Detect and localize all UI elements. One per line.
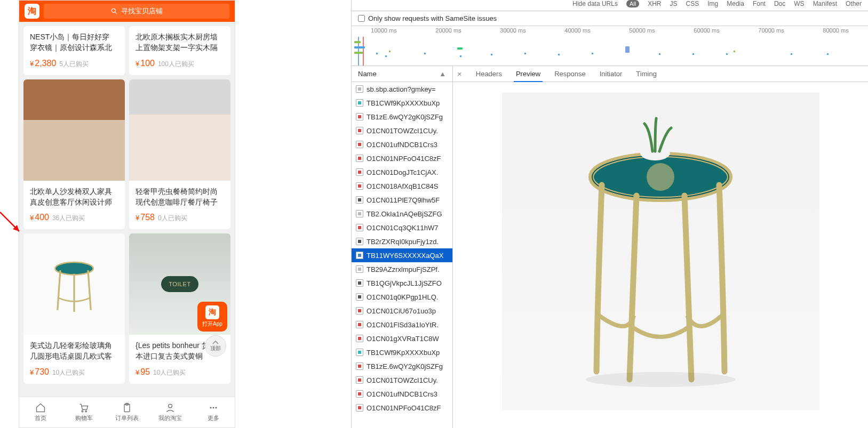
product-image <box>129 79 230 181</box>
filter-manifest[interactable]: Manifest <box>813 0 837 7</box>
filter-font[interactable]: Font <box>753 0 766 7</box>
file-type-icon <box>356 127 363 134</box>
request-row[interactable]: sb.sbp.action?gmkey= <box>352 82 452 96</box>
request-row[interactable]: TB1QGjVkpcJL1JjSZFO <box>352 276 452 290</box>
file-type-icon <box>356 321 363 328</box>
file-type-icon <box>356 390 363 398</box>
request-row[interactable]: O1CN01ufNDCB1Crs3 <box>352 138 452 151</box>
request-row[interactable]: O1CN01ufNDCB1Crs3 <box>352 387 452 401</box>
request-row[interactable]: O1CN01TOWZcI1CUy. <box>352 124 452 138</box>
product-price: ¥400 <box>30 213 49 222</box>
filter-js[interactable]: JS <box>670 0 678 7</box>
request-row[interactable]: O1CN01q0KPgp1HLQ. <box>352 290 452 304</box>
nav-my[interactable]: 我的淘宝 <box>148 397 192 427</box>
request-row[interactable]: O1CN011PlE7Q9lhw5F <box>352 193 452 207</box>
request-row[interactable]: O1CN01DogJTc1CjAX. <box>352 165 452 179</box>
samesite-checkbox[interactable] <box>358 15 365 22</box>
request-row[interactable]: O1CN01FlSd3a1IoYtR. <box>352 318 452 332</box>
taobao-logo[interactable]: 淘 <box>25 4 39 19</box>
search-bar[interactable]: 寻找宝贝店铺 <box>44 4 229 19</box>
filter-other[interactable]: Other <box>846 0 862 7</box>
file-type-icon <box>356 349 363 356</box>
file-type-icon <box>356 279 363 287</box>
request-row[interactable]: TB1CWf9KpXXXXbuXp <box>352 96 452 110</box>
product-card[interactable]: NEST小岛｜每日好好穿 穿衣镜｜原创设计森系北 ¥2,380 5人已购买 <box>23 26 125 75</box>
hide-data-url-label: Hide data URLs <box>572 0 618 7</box>
samesite-label: Only show requests with SameSite issues <box>368 14 497 22</box>
request-row[interactable]: TB1CWf9KpXXXXbuXp <box>352 345 452 359</box>
product-card[interactable]: 北欧原木搁板实木厨房墙 上置物架支架一字实木隔 ¥100 100人已购买 <box>129 26 230 75</box>
svg-point-0 <box>112 9 115 12</box>
product-card[interactable]: 轻奢甲壳虫餐椅简约时尚 现代创意咖啡厅餐厅椅子 ¥758 0人已购买 <box>129 79 230 230</box>
file-type-icon <box>356 155 363 162</box>
svg-point-20 <box>647 163 674 191</box>
product-title: 北欧单人沙发椅双人家具 真皮创意客厅休闲设计师 <box>30 186 118 208</box>
filter-css[interactable]: CSS <box>686 0 699 7</box>
pin-icon: ▲ <box>439 70 446 78</box>
request-name: TB2.OkIa1nAQeBjSZFG <box>367 210 442 218</box>
nav-home[interactable]: 首页 <box>19 397 62 427</box>
scroll-top-button[interactable]: 顶部 <box>205 335 226 357</box>
request-row[interactable]: TB2rZXRqI0kpuFjy1zd. <box>352 235 452 248</box>
product-card[interactable]: 北欧单人沙发椅双人家具 真皮创意客厅休闲设计师 ¥400 36人已购买 <box>23 79 125 230</box>
request-row[interactable]: O1CN01gXVRaT1C8W <box>352 332 452 345</box>
product-image: TOILET 淘 打开App <box>129 233 230 335</box>
request-name: TB29AZzrxlmpuFjSZPf. <box>367 265 440 273</box>
request-row[interactable]: O1CN01Cq3QK11hW7 <box>352 221 452 235</box>
name-column-header[interactable]: Name <box>358 70 377 78</box>
request-name: TB1QGjVkpcJL1JjSZFO <box>367 279 442 287</box>
product-card[interactable]: TOILET 淘 打开App {Les petits bonheur 货 日本进… <box>129 233 230 384</box>
file-type-icon <box>356 335 363 342</box>
request-row[interactable]: TB1zE.6wQY2gK0jSZFg <box>352 110 452 124</box>
request-list-panel: Name▲ sb.sbp.action?gmkey=TB1CWf9KpXXXXb… <box>352 66 453 428</box>
request-row[interactable]: O1CN01CiU67o1uo3p <box>352 304 452 318</box>
nav-cart[interactable]: 购物车 <box>62 397 106 427</box>
tab-preview[interactable]: Preview <box>514 67 543 82</box>
tab-headers[interactable]: Headers <box>474 67 504 81</box>
annotation-arrow-left <box>0 211 23 236</box>
request-list[interactable]: sb.sbp.action?gmkey=TB1CWf9KpXXXXbuXpTB1… <box>352 82 452 428</box>
nav-more[interactable]: 更多 <box>192 397 235 427</box>
filter-ws[interactable]: WS <box>794 0 804 7</box>
request-row[interactable]: TB2.OkIa1nAQeBjSZFG <box>352 207 452 221</box>
request-row[interactable]: TB11WY6SXXXXXaQaX <box>352 248 452 262</box>
filter-doc[interactable]: Doc <box>774 0 785 7</box>
tab-response[interactable]: Response <box>552 67 588 81</box>
request-name: O1CN01ufNDCB1Crs3 <box>367 141 437 149</box>
product-scroll[interactable]: NEST小岛｜每日好好穿 穿衣镜｜原创设计森系北 ¥2,380 5人已购买 北欧… <box>19 22 235 397</box>
network-timeline[interactable]: 10000 ms 20000 ms 30000 ms 40000 ms 5000… <box>352 26 868 66</box>
more-icon <box>208 402 219 413</box>
request-row[interactable]: O1CN01NPFoO41C8zF <box>352 151 452 165</box>
request-row[interactable]: TB29AZzrxlmpuFjSZPf. <box>352 262 452 276</box>
product-card[interactable]: 美式边几轻奢彩绘玻璃角 几圆形电话桌圆几欧式客 ¥730 10人已购买 <box>23 233 125 384</box>
filter-xhr[interactable]: XHR <box>648 0 661 7</box>
request-row[interactable]: O1CN01NPFoO41C8zF <box>352 401 452 415</box>
nav-orders[interactable]: 订单列表 <box>106 397 149 427</box>
request-row[interactable]: O1CN01TOWZcI1CUy. <box>352 373 452 387</box>
file-type-icon <box>356 376 363 384</box>
filter-img[interactable]: Img <box>707 0 718 7</box>
svg-line-3 <box>58 270 60 310</box>
request-row[interactable]: TB1zE.6wQY2gK0jSZFg <box>352 359 452 373</box>
tab-initiator[interactable]: Initiator <box>598 67 625 81</box>
filter-media[interactable]: Media <box>727 0 744 7</box>
request-detail-panel: × Headers Preview Response Initiator Tim… <box>453 66 868 428</box>
tab-timing[interactable]: Timing <box>634 67 659 81</box>
svg-point-12 <box>212 407 214 409</box>
file-type-icon <box>356 182 363 190</box>
timeline-ruler: 10000 ms 20000 ms 30000 ms 40000 ms 5000… <box>352 26 868 37</box>
product-buyers: 5人已购买 <box>59 60 89 69</box>
close-icon[interactable]: × <box>457 69 462 78</box>
request-row[interactable]: O1CN018AfXqB1C84S <box>352 179 452 193</box>
devtools-filter-bar: Hide data URLs All XHR JS CSS Img Media … <box>352 0 868 11</box>
product-image <box>23 233 125 335</box>
request-name: O1CN01TOWZcI1CUy. <box>367 376 438 384</box>
file-type-icon <box>356 113 363 120</box>
devtools-panel: Hide data URLs All XHR JS CSS Img Media … <box>351 0 868 428</box>
open-app-badge[interactable]: 淘 打开App <box>197 302 227 332</box>
file-type-icon <box>356 238 363 245</box>
filter-all[interactable]: All <box>626 0 639 7</box>
mobile-frame: 淘 寻找宝贝店铺 NEST小岛｜每日好好穿 穿衣镜｜原创设计森系北 ¥2,380… <box>19 0 235 428</box>
svg-point-10 <box>168 404 172 408</box>
product-price: ¥2,380 <box>30 59 56 68</box>
